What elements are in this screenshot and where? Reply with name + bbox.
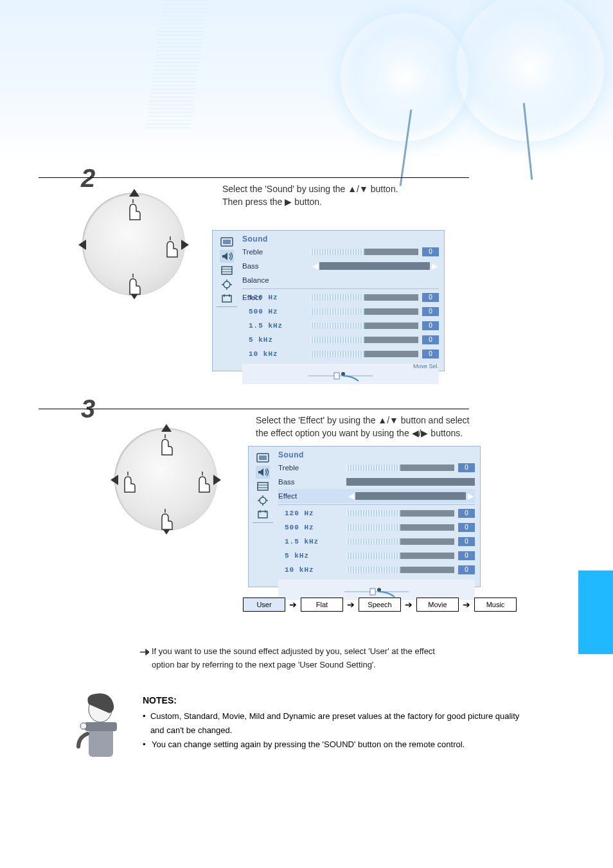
triangle-up-icon	[161, 424, 172, 432]
value-eq-2: 0	[422, 321, 439, 330]
svg-rect-22	[85, 722, 117, 731]
label-bass: Bass	[278, 478, 346, 486]
row-eq-3: 5 kHz 0	[242, 333, 439, 347]
row-treble: Treble 0	[242, 245, 439, 259]
dandelion-2	[456, 0, 604, 141]
bottom-para-line1: If you want to use the sound effect adju…	[152, 646, 435, 656]
hand-right-icon	[193, 469, 215, 495]
row-bass: Bass ◀▶	[242, 259, 439, 273]
value-eq-1: 0	[422, 307, 439, 316]
osd-hint: Move Sel.	[413, 363, 439, 369]
note-2-text: You can change setting again by pressing…	[152, 738, 465, 752]
row-eq-0: 120 Hz 0	[278, 504, 475, 520]
hand-bottom-icon	[123, 271, 145, 297]
row-eq-1: 500 Hz 0	[242, 305, 439, 319]
bottom-para-line2: option bar by referring to the next page…	[152, 659, 376, 672]
value-treble: 0	[458, 463, 475, 472]
step-2-rule	[39, 177, 469, 178]
bullet-arrow-icon	[140, 649, 149, 655]
value-eq-0: 0	[422, 293, 439, 302]
triangle-up-icon	[129, 189, 139, 197]
slider-eq-1	[310, 308, 418, 315]
hand-top-icon	[155, 432, 177, 457]
left-arrow-icon: ◀	[310, 261, 319, 270]
step-3-rule	[39, 409, 469, 409]
slider-eq-3	[346, 553, 454, 559]
label-treble: Treble	[278, 464, 346, 472]
hand-bottom-icon	[155, 506, 177, 532]
dial-step3	[114, 428, 217, 531]
notes-illustration	[69, 691, 134, 768]
slider-eq-4	[346, 567, 454, 573]
value-eq-1: 0	[458, 523, 475, 532]
effect-bar	[355, 492, 466, 500]
side-tab	[578, 571, 613, 654]
eq-3-label: 5 kHz	[278, 552, 346, 560]
effect-flow: User ➔ Flat ➔ Speech ➔ Movie ➔ Music	[243, 598, 517, 612]
notes-list: • Custom, Standard, Movie, Mild and Dyna…	[143, 709, 535, 752]
step-2-line1: Select the 'Sound' by using the ▲/▼ butt…	[222, 182, 550, 195]
triangle-left-icon	[78, 240, 86, 250]
slider-eq-1	[346, 524, 454, 531]
label-balance: Balance	[242, 276, 310, 284]
row-balance: Balance	[242, 273, 439, 287]
dial-step2	[82, 193, 185, 296]
svg-rect-18	[370, 589, 375, 595]
page: 2 Select the 'Sound' by using the ▲/▼ bu…	[0, 0, 613, 868]
svg-rect-8	[334, 373, 339, 379]
value-eq-4: 0	[458, 565, 475, 574]
right-arrow-icon: ▶	[430, 261, 439, 270]
value-eq-3: 0	[458, 551, 475, 560]
row-effect-selected: Effect ◀▶	[278, 489, 475, 503]
step-2-line2: Then press the ▶ button.	[222, 195, 550, 208]
slider-eq-0	[310, 294, 418, 301]
slider-bass	[319, 262, 430, 270]
row-eq-1: 500 Hz 0	[278, 520, 475, 535]
eq-4-label: 10 kHz	[242, 350, 310, 358]
eq-2-label: 1.5 kHz	[278, 538, 346, 545]
dandelion-1	[341, 13, 469, 141]
row-treble: Treble 0	[278, 461, 475, 475]
slider-eq-3	[310, 337, 418, 343]
arrow-right-icon: ➔	[463, 599, 470, 610]
slider-eq-0	[346, 510, 454, 517]
label-bass: Bass	[242, 262, 310, 270]
label-treble: Treble	[242, 248, 310, 256]
balance-graphic	[242, 364, 439, 384]
eq-2-label: 1.5 kHz	[242, 322, 310, 330]
slider-bass	[346, 478, 475, 486]
hand-top-icon	[123, 197, 145, 222]
notes-title: NOTES:	[143, 695, 177, 705]
svg-point-23	[80, 723, 87, 729]
bullet-icon: •	[143, 738, 152, 752]
eq-0-label: 120 Hz	[242, 294, 310, 301]
note-item-2: • You can change setting again by pressi…	[143, 738, 535, 752]
slider-eq-4	[310, 351, 418, 357]
row-eq-3: 5 kHz 0	[278, 549, 475, 563]
step-3-line2: the effect option you want by using the …	[256, 427, 583, 439]
label-effect: Effect	[278, 492, 346, 500]
osd-panel-step3: Sound Treble 0 Bass Effect ◀▶	[248, 446, 481, 587]
flow-box-2: Speech	[359, 598, 401, 612]
osd-body: Treble 0 Bass Effect ◀▶ 120 Hz 0 500 Hz …	[249, 447, 480, 605]
row-bass: Bass	[278, 475, 475, 489]
row-eq-4: 10 kHz 0	[242, 347, 439, 361]
flow-box-4: Music	[474, 598, 517, 612]
value-treble: 0	[422, 247, 439, 256]
step-2-text: Select the 'Sound' by using the ▲/▼ butt…	[222, 182, 550, 209]
eq-0-label: 120 Hz	[278, 509, 346, 517]
arrow-right-icon: ➔	[405, 599, 413, 610]
arrow-right-icon: ➔	[289, 599, 297, 610]
slider-eq-2	[310, 323, 418, 329]
note-item-1: • Custom, Standard, Movie, Mild and Dyna…	[143, 709, 535, 738]
slider-treble	[310, 249, 418, 255]
row-eq-0: Effect 120 Hz 0	[242, 288, 439, 305]
flow-box-1: Flat	[301, 598, 343, 612]
step-3-text: Select the 'Effect' by using the ▲/▼ but…	[256, 414, 583, 440]
slider-eq-2	[346, 538, 454, 545]
eq-1-label: 500 Hz	[242, 308, 310, 315]
value-eq-2: 0	[458, 537, 475, 546]
step-2-number: 2	[81, 164, 95, 193]
hand-right-icon	[161, 234, 182, 260]
eq-4-label: 10 kHz	[278, 566, 346, 574]
